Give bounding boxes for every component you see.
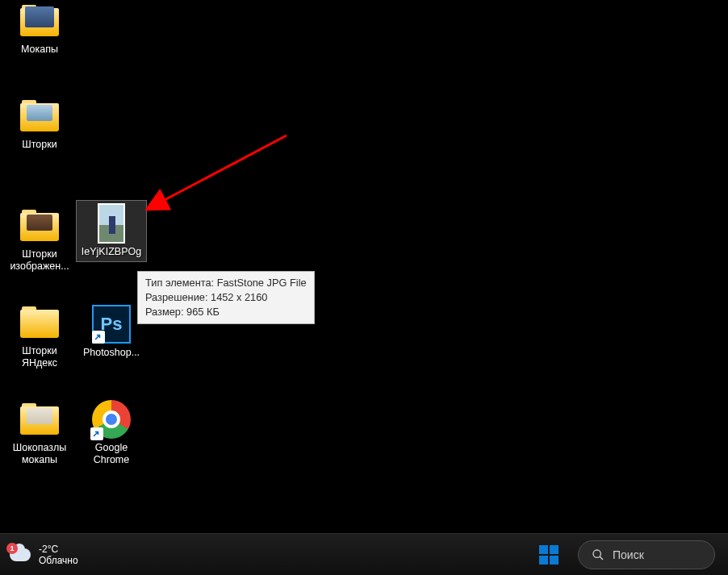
start-button[interactable]: [533, 539, 565, 571]
weather-text: -2°C Облачно: [39, 544, 78, 566]
desktop-icon[interactable]: Google Chrome: [76, 397, 147, 469]
svg-line-2: [600, 556, 603, 560]
notification-badge: 1: [6, 543, 18, 554]
photoshop-icon: Ps: [92, 305, 131, 344]
icon-graphic: [20, 206, 59, 245]
icon-label: Шторки ЯНдекс: [6, 345, 73, 369]
icon-graphic: [20, 97, 59, 135]
svg-point-1: [593, 550, 600, 557]
desktop-icon[interactable]: Шторки изображен...: [4, 203, 75, 276]
desktop[interactable]: Мокапы Шторки Шторки изображен...: [0, 0, 728, 533]
desktop-icon[interactable]: Шторки ЯНдекс: [4, 300, 75, 373]
taskbar: 1 -2°C Облачно Поиск: [0, 533, 728, 575]
tooltip-line: Размер: 965 КБ: [145, 305, 307, 319]
icon-graphic: [92, 400, 131, 439]
icon-label: Photoshop...: [77, 347, 145, 359]
weather-condition: Облачно: [39, 555, 78, 566]
icon-graphic: Ps: [92, 305, 131, 344]
shortcut-overlay-icon: [92, 331, 105, 344]
desktop-icon[interactable]: Шокопазлы мокапы: [4, 397, 75, 469]
icon-label: Шокопазлы мокапы: [6, 442, 73, 466]
desktop-icon[interactable]: Шторки: [4, 94, 75, 154]
windows-logo-icon: [539, 545, 559, 565]
chrome-icon: [92, 400, 131, 439]
desktop-icon[interactable]: Ps Photoshop...: [76, 302, 147, 362]
icon-label: Google Chrome: [77, 442, 145, 466]
weather-cloud-icon: 1: [8, 545, 32, 565]
shortcut-overlay-icon: [90, 427, 103, 440]
weather-widget[interactable]: 1 -2°C Облачно: [0, 534, 78, 575]
icon-label: IeYjKIZBPOg: [77, 246, 145, 258]
tooltip-line: Разрешение: 1452 x 2160: [145, 290, 307, 305]
taskbar-search[interactable]: Поиск: [578, 540, 715, 569]
file-tooltip: Тип элемента: FastStone JPG File Разреше…: [137, 271, 315, 324]
desktop-icon[interactable]: Мокапы: [4, 0, 75, 59]
search-icon: [592, 548, 605, 561]
desktop-icon[interactable]: IeYjKIZBPOg: [76, 200, 147, 262]
icon-graphic: [20, 400, 59, 439]
icon-graphic: [92, 204, 131, 243]
icon-label: Мокапы: [6, 44, 73, 56]
image-thumbnail-icon: [98, 203, 125, 244]
search-placeholder: Поиск: [613, 548, 644, 561]
icon-graphic: [20, 303, 59, 342]
weather-temp: -2°C: [39, 544, 78, 555]
icon-graphic: [20, 2, 59, 40]
tooltip-line: Тип элемента: FastStone JPG File: [145, 276, 307, 290]
icon-label: Шторки: [6, 139, 73, 151]
icon-label: Шторки изображен...: [6, 248, 73, 273]
